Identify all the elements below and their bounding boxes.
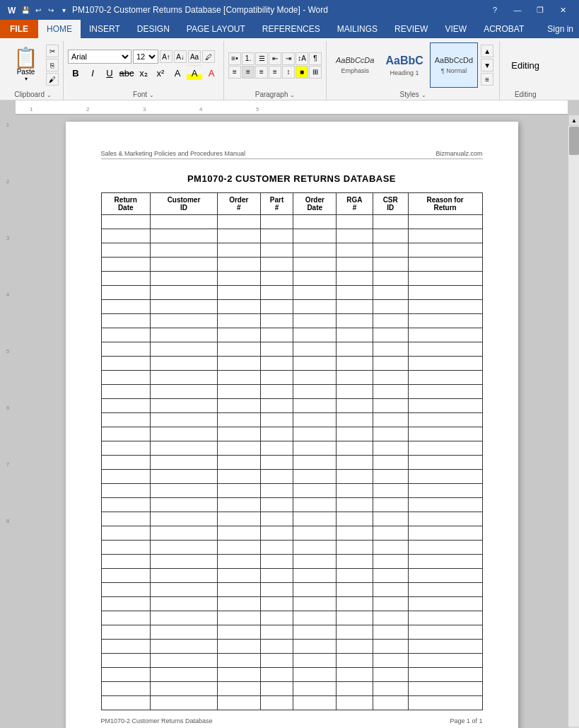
table-cell[interactable] bbox=[101, 385, 150, 399]
table-cell[interactable] bbox=[373, 555, 408, 569]
table-cell[interactable] bbox=[150, 470, 217, 484]
table-cell[interactable] bbox=[150, 668, 217, 682]
table-cell[interactable] bbox=[218, 286, 261, 300]
table-cell[interactable] bbox=[101, 427, 150, 441]
table-cell[interactable] bbox=[260, 286, 293, 300]
table-cell[interactable] bbox=[337, 258, 373, 272]
table-cell[interactable] bbox=[337, 654, 373, 668]
table-cell[interactable] bbox=[373, 625, 408, 640]
tab-home[interactable]: HOME bbox=[38, 20, 81, 38]
table-cell[interactable] bbox=[408, 526, 482, 541]
table-cell[interactable] bbox=[260, 569, 293, 583]
table-cell[interactable] bbox=[218, 258, 261, 272]
table-cell[interactable] bbox=[408, 668, 482, 682]
table-cell[interactable] bbox=[260, 484, 293, 498]
table-cell[interactable] bbox=[337, 272, 373, 286]
table-cell[interactable] bbox=[337, 399, 373, 413]
table-cell[interactable] bbox=[150, 597, 217, 611]
table-cell[interactable] bbox=[293, 229, 337, 243]
table-cell[interactable] bbox=[408, 258, 482, 272]
table-cell[interactable] bbox=[101, 526, 150, 541]
table-cell[interactable] bbox=[101, 328, 150, 342]
table-cell[interactable] bbox=[337, 456, 373, 470]
table-cell[interactable] bbox=[293, 456, 337, 470]
table-cell[interactable] bbox=[101, 541, 150, 555]
table-cell[interactable] bbox=[260, 555, 293, 569]
table-cell[interactable] bbox=[101, 357, 150, 371]
table-cell[interactable] bbox=[101, 682, 150, 696]
table-cell[interactable] bbox=[373, 484, 408, 498]
table-cell[interactable] bbox=[408, 300, 482, 314]
table-cell[interactable] bbox=[337, 597, 373, 611]
table-cell[interactable] bbox=[101, 512, 150, 526]
table-cell[interactable] bbox=[373, 526, 408, 541]
table-cell[interactable] bbox=[150, 541, 217, 555]
minimize-btn[interactable]: — bbox=[507, 0, 528, 20]
table-cell[interactable] bbox=[408, 498, 482, 512]
table-cell[interactable] bbox=[150, 243, 217, 258]
bullets-btn[interactable]: ≡• bbox=[228, 52, 241, 65]
font-size-select[interactable]: 12 bbox=[133, 50, 158, 64]
scroll-track[interactable] bbox=[568, 126, 579, 727]
table-cell[interactable] bbox=[293, 569, 337, 583]
numbering-btn[interactable]: 1. bbox=[242, 52, 255, 65]
table-cell[interactable] bbox=[408, 611, 482, 625]
table-cell[interactable] bbox=[337, 668, 373, 682]
customize-icon[interactable]: ▾ bbox=[58, 4, 69, 16]
table-cell[interactable] bbox=[150, 328, 217, 342]
tab-mailings[interactable]: MAILINGS bbox=[329, 20, 386, 38]
table-cell[interactable] bbox=[218, 597, 261, 611]
table-cell[interactable] bbox=[218, 541, 261, 555]
table-cell[interactable] bbox=[408, 342, 482, 357]
table-cell[interactable] bbox=[373, 668, 408, 682]
table-cell[interactable] bbox=[373, 357, 408, 371]
table-cell[interactable] bbox=[260, 385, 293, 399]
table-cell[interactable] bbox=[293, 413, 337, 427]
table-cell[interactable] bbox=[408, 583, 482, 597]
table-cell[interactable] bbox=[150, 583, 217, 597]
table-cell[interactable] bbox=[218, 243, 261, 258]
table-cell[interactable] bbox=[150, 399, 217, 413]
table-cell[interactable] bbox=[293, 597, 337, 611]
table-cell[interactable] bbox=[293, 654, 337, 668]
table-cell[interactable] bbox=[150, 371, 217, 385]
table-cell[interactable] bbox=[101, 668, 150, 682]
table-cell[interactable] bbox=[150, 682, 217, 696]
table-cell[interactable] bbox=[150, 342, 217, 357]
italic-button[interactable]: I bbox=[85, 65, 100, 81]
table-cell[interactable] bbox=[373, 300, 408, 314]
table-cell[interactable] bbox=[101, 314, 150, 328]
table-cell[interactable] bbox=[293, 215, 337, 229]
table-cell[interactable] bbox=[101, 498, 150, 512]
table-cell[interactable] bbox=[150, 300, 217, 314]
table-cell[interactable] bbox=[373, 413, 408, 427]
table-cell[interactable] bbox=[408, 682, 482, 696]
table-cell[interactable] bbox=[373, 215, 408, 229]
table-cell[interactable] bbox=[293, 625, 337, 640]
table-cell[interactable] bbox=[218, 668, 261, 682]
table-cell[interactable] bbox=[218, 413, 261, 427]
table-cell[interactable] bbox=[260, 682, 293, 696]
table-cell[interactable] bbox=[293, 484, 337, 498]
table-cell[interactable] bbox=[337, 300, 373, 314]
table-cell[interactable] bbox=[260, 357, 293, 371]
table-cell[interactable] bbox=[337, 357, 373, 371]
sort-btn[interactable]: ↕A bbox=[296, 52, 308, 65]
table-cell[interactable] bbox=[293, 286, 337, 300]
table-cell[interactable] bbox=[218, 611, 261, 625]
table-cell[interactable] bbox=[218, 696, 261, 710]
table-cell[interactable] bbox=[260, 441, 293, 456]
table-cell[interactable] bbox=[408, 229, 482, 243]
table-cell[interactable] bbox=[337, 583, 373, 597]
tab-page-layout[interactable]: PAGE LAYOUT bbox=[178, 20, 254, 38]
table-cell[interactable] bbox=[408, 456, 482, 470]
tab-insert[interactable]: INSERT bbox=[81, 20, 129, 38]
table-cell[interactable] bbox=[408, 399, 482, 413]
table-cell[interactable] bbox=[337, 328, 373, 342]
table-cell[interactable] bbox=[337, 498, 373, 512]
table-cell[interactable] bbox=[408, 569, 482, 583]
table-cell[interactable] bbox=[293, 399, 337, 413]
paste-button[interactable]: 📋 Paste ▾ bbox=[7, 45, 45, 86]
table-cell[interactable] bbox=[373, 272, 408, 286]
table-cell[interactable] bbox=[150, 569, 217, 583]
